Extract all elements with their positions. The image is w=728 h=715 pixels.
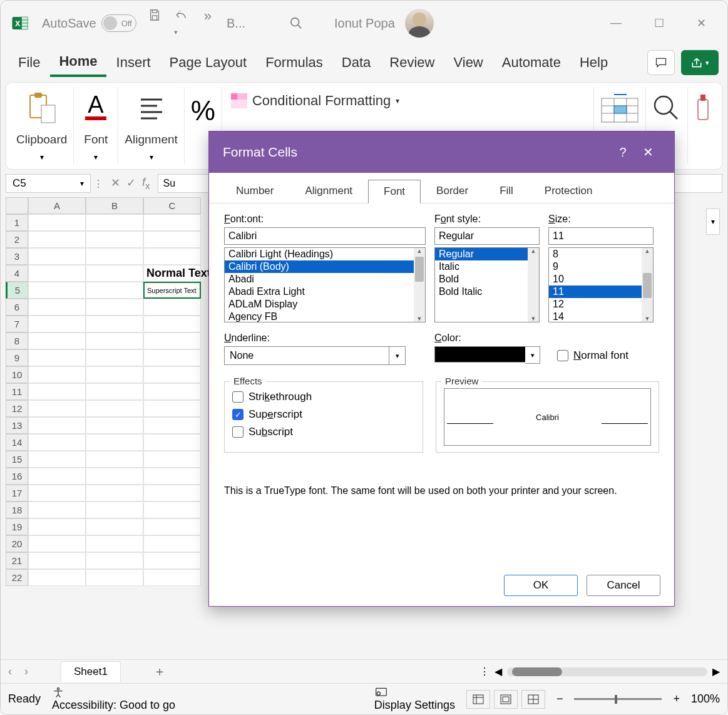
dialog-tab-fill[interactable]: Fill	[484, 179, 529, 203]
chevron-down-icon[interactable]: ▾	[94, 153, 98, 162]
sheet-tab-sheet1[interactable]: Sheet1	[61, 661, 121, 682]
color-picker[interactable]: ▾	[434, 346, 526, 363]
minimize-button[interactable]: —	[610, 16, 622, 30]
search-icon[interactable]	[289, 16, 303, 30]
cell[interactable]	[86, 535, 143, 552]
cell[interactable]	[28, 468, 86, 485]
tab-formulas[interactable]: Formulas	[257, 49, 332, 76]
cell[interactable]	[28, 214, 86, 231]
list-item[interactable]: Calibri Light (Headings)	[225, 248, 425, 260]
chevron-down-icon[interactable]: ▾	[80, 179, 84, 188]
cell[interactable]	[86, 400, 143, 417]
tab-page-layout[interactable]: Page Layout	[161, 49, 256, 76]
font-group-label[interactable]: Font	[84, 133, 108, 147]
dialog-tab-number[interactable]: Number	[220, 179, 289, 203]
close-window-button[interactable]: ✕	[697, 16, 706, 30]
chevron-down-icon[interactable]: ▾	[40, 153, 44, 162]
cell[interactable]	[28, 299, 86, 316]
cell[interactable]	[86, 502, 143, 518]
cell[interactable]	[143, 248, 201, 265]
cell[interactable]	[143, 231, 201, 248]
list-item[interactable]: Calibri (Body)	[225, 260, 425, 273]
cell-c4[interactable]: Normal Text	[143, 265, 201, 282]
cell[interactable]	[143, 434, 201, 451]
size-list[interactable]: 8 9 10 11 12 14 ▲▼	[548, 247, 654, 322]
ok-button[interactable]: OK	[504, 575, 578, 596]
row-header[interactable]: 12	[6, 400, 28, 417]
cell[interactable]	[28, 316, 86, 332]
cell[interactable]	[28, 231, 86, 248]
cell[interactable]	[86, 518, 143, 535]
list-item[interactable]: 9	[549, 260, 653, 273]
cell[interactable]	[86, 434, 143, 451]
find-icon[interactable]	[652, 90, 681, 126]
row-header[interactable]: 18	[6, 502, 28, 518]
font-name-input[interactable]	[224, 227, 426, 245]
cell[interactable]	[143, 299, 201, 316]
more-options-icon[interactable]: ⋮	[479, 666, 490, 677]
cell[interactable]	[86, 569, 143, 586]
cell[interactable]	[86, 332, 143, 349]
font-style-input[interactable]	[434, 227, 540, 245]
cell[interactable]	[28, 248, 86, 265]
select-all-corner[interactable]	[6, 197, 28, 214]
cell[interactable]	[143, 349, 201, 366]
addins-icon[interactable]	[694, 90, 712, 126]
row-header[interactable]: 16	[6, 468, 28, 485]
share-button[interactable]: ▾	[681, 50, 719, 75]
cell[interactable]	[86, 366, 143, 383]
cell[interactable]	[143, 366, 201, 383]
cell[interactable]	[28, 383, 86, 400]
col-header-a[interactable]: A	[28, 197, 86, 214]
row-header[interactable]: 13	[6, 417, 28, 434]
superscript-checkbox[interactable]: ✓	[232, 409, 244, 420]
tab-data[interactable]: Data	[333, 49, 379, 76]
cell[interactable]	[86, 316, 143, 332]
list-item[interactable]: Bold	[435, 273, 539, 285]
cell[interactable]	[143, 518, 201, 535]
row-header[interactable]: 19	[6, 518, 28, 535]
underline-dropdown[interactable]: None ▾	[224, 346, 406, 365]
cell[interactable]	[143, 552, 201, 569]
scroll-right-icon[interactable]: ▶	[712, 666, 720, 677]
dialog-tab-font[interactable]: Font	[368, 180, 421, 203]
chevron-down-icon[interactable]: ▾	[525, 346, 540, 364]
row-header[interactable]: 5	[6, 282, 28, 299]
list-item[interactable]: Bold Italic	[435, 285, 539, 298]
add-sheet-button[interactable]: ＋	[153, 663, 166, 680]
list-item[interactable]: Abadi Extra Light	[225, 285, 425, 298]
cell[interactable]	[28, 569, 86, 586]
cell[interactable]	[86, 231, 143, 248]
cell[interactable]	[28, 349, 86, 366]
clipboard-icon[interactable]	[26, 90, 58, 126]
dialog-title-bar[interactable]: Format Cells ? ✕	[209, 131, 674, 173]
horizontal-scrollbar[interactable]	[507, 667, 707, 676]
cell[interactable]	[143, 383, 201, 400]
cell[interactable]	[86, 417, 143, 434]
cell[interactable]	[143, 569, 201, 586]
row-header[interactable]: 20	[6, 535, 28, 552]
chevron-down-icon[interactable]: ▾	[150, 153, 153, 162]
row-header[interactable]: 3	[6, 248, 28, 265]
strikethrough-checkbox[interactable]	[232, 391, 244, 403]
cell[interactable]	[28, 332, 86, 349]
tab-file[interactable]: File	[9, 49, 49, 76]
cell[interactable]	[28, 417, 86, 434]
clipboard-group-label[interactable]: Clipboard	[16, 133, 67, 147]
cell[interactable]	[143, 214, 201, 231]
enter-formula-icon[interactable]: ✓	[126, 176, 136, 191]
close-icon[interactable]: ✕	[635, 145, 660, 160]
row-header[interactable]: 2	[6, 231, 28, 248]
row-header[interactable]: 6	[6, 299, 28, 316]
sheet-nav-next-icon[interactable]: ›	[24, 665, 28, 678]
cell[interactable]	[28, 366, 86, 383]
help-button[interactable]: ?	[610, 145, 635, 160]
cell[interactable]	[143, 468, 201, 485]
row-header[interactable]: 21	[6, 552, 28, 569]
tab-automate[interactable]: Automate	[493, 49, 570, 76]
row-header[interactable]: 11	[6, 383, 28, 400]
page-layout-view-icon[interactable]	[494, 690, 518, 709]
cell[interactable]	[143, 451, 201, 468]
dialog-tab-border[interactable]: Border	[421, 179, 484, 203]
list-item[interactable]: 10	[549, 273, 653, 285]
